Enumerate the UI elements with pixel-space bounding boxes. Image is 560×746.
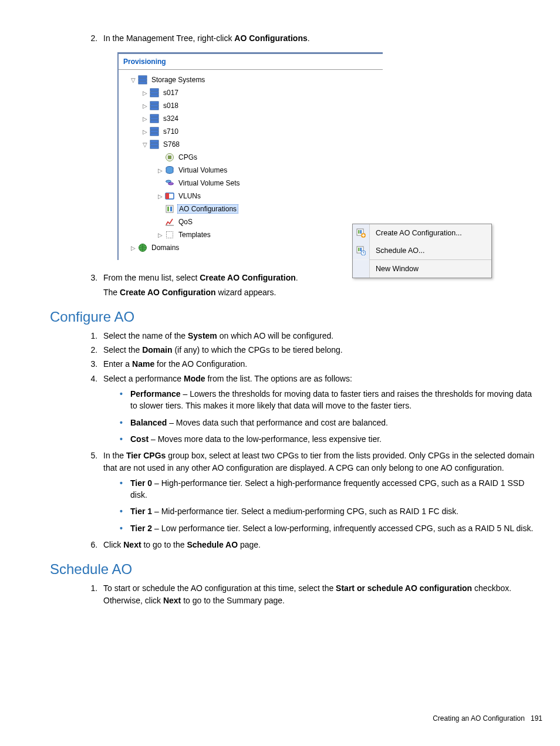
label: Virtual Volume Sets: [177, 179, 241, 187]
tree-item-vv-sets[interactable]: Virtual Volume Sets: [119, 177, 383, 190]
label: Create AO Configuration...: [370, 229, 462, 237]
template-icon: [164, 230, 175, 239]
expand-closed-icon[interactable]: ▷: [141, 103, 149, 109]
storage-icon: [149, 88, 160, 97]
storage-icon: [149, 114, 160, 123]
qos-icon: [164, 217, 175, 227]
storage-icon: [149, 140, 160, 149]
tree-item-vluns[interactable]: ▷VLUNs: [119, 190, 383, 202]
nav-tree: ▽Storage Systems ▷s017 ▷s018 ▷s324 ▷s710…: [119, 70, 383, 260]
cfg-step-4: Select a performance Mode from the list.…: [100, 373, 537, 445]
bold: Create AO Configuration: [200, 273, 296, 282]
volume-set-icon: [164, 178, 175, 188]
heading-schedule-ao: Schedule AO: [50, 561, 542, 578]
tree-item-templates[interactable]: ▷Templates: [119, 228, 383, 241]
volume-icon: [164, 166, 175, 175]
globe-icon: [137, 243, 148, 252]
tree-item-ao-configurations[interactable]: AO Configurations: [119, 202, 383, 215]
tree-item-storage-systems[interactable]: ▽Storage Systems: [119, 73, 383, 86]
menu-item-schedule-ao[interactable]: Schedule AO...: [353, 242, 491, 259]
expand-open-icon[interactable]: ▽: [129, 77, 137, 83]
ao-config-icon: [164, 204, 175, 214]
tree-item-system[interactable]: ▷s324: [119, 112, 383, 125]
tree-item-system[interactable]: ▷s017: [119, 86, 383, 99]
bold: Create AO Configuration: [120, 288, 216, 297]
label: New Window: [370, 265, 419, 273]
screenshot-figure: Provisioning ▽Storage Systems ▷s017 ▷s01…: [117, 52, 537, 260]
sch-step-1: To start or schedule the AO configuratio…: [100, 582, 537, 606]
cfg-step-3: Enter a Name for the AO Configuration.: [100, 358, 537, 370]
step-2: In the Management Tree, right-click AO C…: [100, 32, 537, 44]
storage-icon: [137, 75, 148, 85]
tree-item-qos[interactable]: QoS: [119, 215, 383, 228]
cfg-step-6: Click Next to go to the Schedule AO page…: [100, 539, 537, 551]
expand-closed-icon[interactable]: ▷: [129, 245, 137, 251]
text: In the Management Tree, right-click: [103, 33, 234, 43]
storage-icon: [149, 101, 160, 110]
expand-closed-icon[interactable]: ▷: [156, 232, 164, 238]
context-menu: Create AO Configuration... Schedule AO..…: [352, 224, 492, 278]
tree-item-system[interactable]: ▽S768: [119, 138, 383, 151]
text: wizard appears.: [216, 288, 276, 297]
tree-item-system[interactable]: ▷s710: [119, 125, 383, 138]
label: Storage Systems: [150, 76, 206, 84]
text: The: [103, 288, 120, 297]
cpg-icon: [164, 153, 175, 162]
text: .: [296, 273, 298, 282]
tier-0: Tier 0 – High-performance tier. Select a…: [120, 477, 537, 501]
page-footer: Creating an AO Configuration 191: [433, 714, 542, 723]
mode-cost: Cost – Moves more data to the low-perfor…: [120, 433, 537, 445]
menu-item-create-ao[interactable]: Create AO Configuration...: [353, 224, 491, 242]
label: s017: [162, 89, 180, 97]
label: Virtual Volumes: [177, 166, 228, 174]
label: Schedule AO...: [370, 247, 424, 255]
tier-2: Tier 2 – Low performance tier. Select a …: [120, 522, 537, 534]
label: S768: [162, 140, 181, 148]
bold: AO Configurations: [234, 33, 307, 43]
label: Domains: [150, 244, 180, 252]
label: CPGs: [177, 153, 198, 161]
tier-1: Tier 1 – Mid-performance tier. Select a …: [120, 505, 537, 517]
cfg-step-1: Select the name of the System on which A…: [100, 330, 537, 342]
label: QoS: [177, 218, 194, 226]
expand-closed-icon[interactable]: ▷: [156, 167, 164, 174]
expand-open-icon[interactable]: ▽: [141, 141, 149, 148]
provisioning-panel: Provisioning ▽Storage Systems ▷s017 ▷s01…: [117, 52, 383, 260]
schedule-ao-icon: [353, 242, 370, 259]
tree-item-cpgs[interactable]: CPGs: [119, 151, 383, 164]
expand-closed-icon[interactable]: ▷: [141, 90, 149, 96]
create-ao-icon: [353, 224, 370, 242]
storage-icon: [149, 127, 160, 136]
label: VLUNs: [177, 192, 202, 200]
panel-title: Provisioning: [119, 54, 383, 70]
label: s710: [162, 127, 180, 136]
label: s018: [162, 102, 180, 110]
footer-title: Creating an AO Configuration: [433, 714, 525, 723]
expand-closed-icon[interactable]: ▷: [156, 193, 164, 200]
label: AO Configurations: [177, 204, 238, 214]
cfg-step-2: Select the Domain (if any) to which the …: [100, 344, 537, 356]
tree-item-domains[interactable]: ▷Domains: [119, 241, 383, 254]
vlun-icon: [164, 191, 175, 201]
menu-item-new-window[interactable]: New Window: [353, 260, 491, 278]
text: From the menu list, select: [103, 273, 200, 282]
label: s324: [162, 114, 180, 123]
page-number: 191: [531, 714, 542, 723]
tree-item-system[interactable]: ▷s018: [119, 99, 383, 112]
mode-performance: Performance – Lowers the thresholds for …: [120, 388, 537, 412]
cfg-step-5: In the Tier CPGs group box, select at le…: [100, 450, 537, 534]
heading-configure-ao: Configure AO: [50, 309, 542, 325]
label: Templates: [177, 231, 212, 239]
tree-item-virtual-volumes[interactable]: ▷Virtual Volumes: [119, 164, 383, 177]
text: .: [308, 33, 310, 43]
mode-balanced: Balanced – Moves data such that performa…: [120, 417, 537, 428]
expand-closed-icon[interactable]: ▷: [141, 116, 149, 122]
expand-closed-icon[interactable]: ▷: [141, 129, 149, 135]
